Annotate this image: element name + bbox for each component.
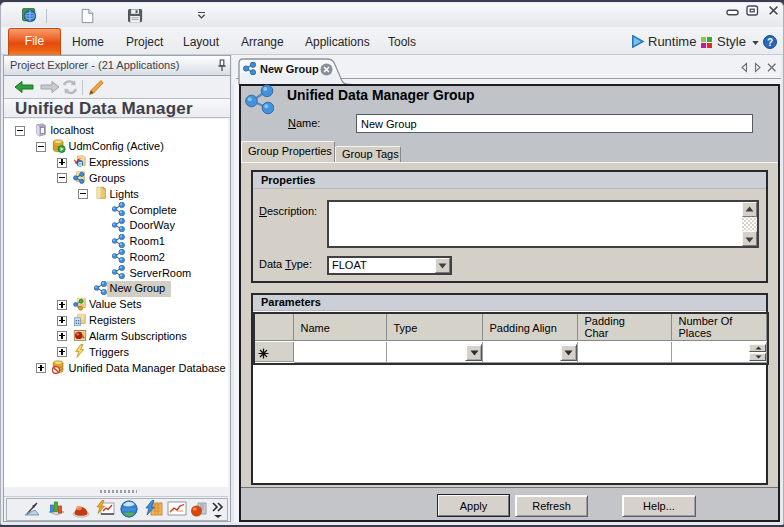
svg-text:?: ?: [767, 37, 773, 48]
svg-text:α: α: [77, 159, 81, 166]
